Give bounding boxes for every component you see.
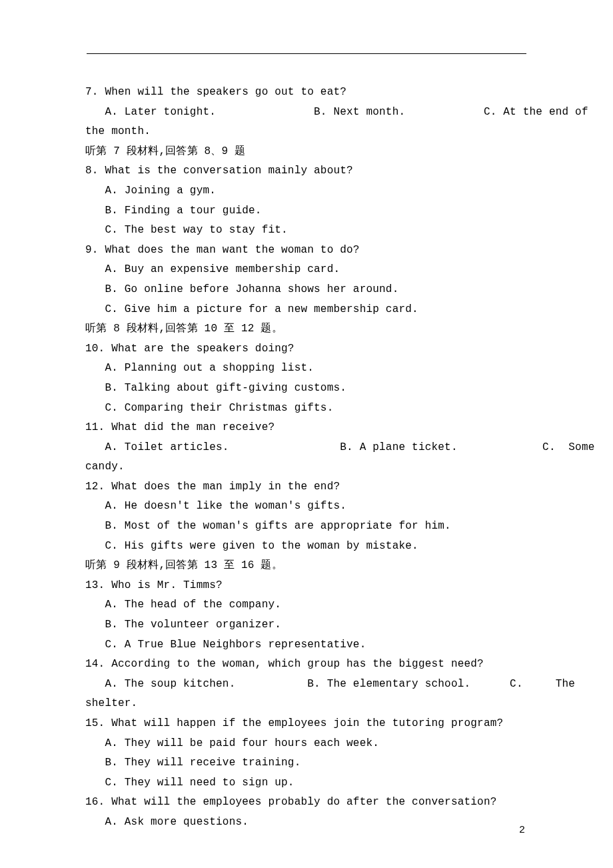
question-14-options: A. The soup kitchen. B. The elementary s… bbox=[85, 675, 528, 695]
question-10: 10. What are the speakers doing? bbox=[85, 339, 528, 359]
question-12-option-a: A. He doesn't like the woman's gifts. bbox=[85, 497, 528, 517]
question-16: 16. What will the employees probably do … bbox=[85, 793, 528, 813]
question-8-option-b: B. Finding a tour guide. bbox=[85, 201, 528, 221]
question-9-option-a: A. Buy an expensive membership card. bbox=[85, 260, 528, 280]
question-14: 14. According to the woman, which group … bbox=[85, 655, 528, 675]
question-9-option-b: B. Go online before Johanna shows her ar… bbox=[85, 280, 528, 300]
question-15-option-a: A. They will be paid four hours each wee… bbox=[85, 734, 528, 754]
question-7: 7. When will the speakers go out to eat? bbox=[85, 83, 528, 103]
question-13: 13. Who is Mr. Timms? bbox=[85, 576, 528, 596]
question-13-option-c: C. A True Blue Neighbors representative. bbox=[85, 635, 528, 655]
question-11: 11. What did the man receive? bbox=[85, 418, 528, 438]
question-11-options: A. Toilet articles. B. A plane ticket. C… bbox=[85, 438, 528, 458]
question-8: 8. What is the conversation mainly about… bbox=[85, 161, 528, 181]
question-15-option-c: C. They will need to sign up. bbox=[85, 773, 528, 793]
document-body: 7. When will the speakers go out to eat?… bbox=[85, 83, 528, 833]
question-11-continuation: candy. bbox=[85, 457, 528, 477]
question-16-option-a: A. Ask more questions. bbox=[85, 813, 528, 833]
question-12: 12. What does the man imply in the end? bbox=[85, 477, 528, 497]
question-15: 15. What will happen if the employees jo… bbox=[85, 714, 528, 734]
section-heading-9: 听第 9 段材料,回答第 13 至 16 题。 bbox=[85, 556, 528, 576]
question-10-option-b: B. Talking about gift-giving customs. bbox=[85, 379, 528, 399]
section-heading-7: 听第 7 段材料,回答第 8、9 题 bbox=[85, 142, 528, 162]
question-13-option-a: A. The head of the company. bbox=[85, 595, 528, 615]
question-9-option-c: C. Give him a picture for a new membersh… bbox=[85, 300, 528, 320]
question-9: 9. What does the man want the woman to d… bbox=[85, 241, 528, 261]
question-12-option-b: B. Most of the woman's gifts are appropr… bbox=[85, 517, 528, 537]
question-14-continuation: shelter. bbox=[85, 694, 528, 714]
question-12-option-c: C. His gifts were given to the woman by … bbox=[85, 537, 528, 557]
question-13-option-b: B. The volunteer organizer. bbox=[85, 615, 528, 635]
section-heading-8: 听第 8 段材料,回答第 10 至 12 题。 bbox=[85, 319, 528, 339]
question-15-option-b: B. They will receive training. bbox=[85, 753, 528, 773]
question-10-option-a: A. Planning out a shopping list. bbox=[85, 359, 528, 379]
question-7-options: A. Later tonight. B. Next month. C. At t… bbox=[85, 103, 528, 123]
question-8-option-a: A. Joining a gym. bbox=[85, 181, 528, 201]
page-number: 2 bbox=[519, 825, 525, 836]
question-7-continuation: the month. bbox=[85, 122, 528, 142]
question-10-option-c: C. Comparing their Christmas gifts. bbox=[85, 399, 528, 419]
horizontal-rule bbox=[87, 53, 526, 54]
question-8-option-c: C. The best way to stay fit. bbox=[85, 221, 528, 241]
